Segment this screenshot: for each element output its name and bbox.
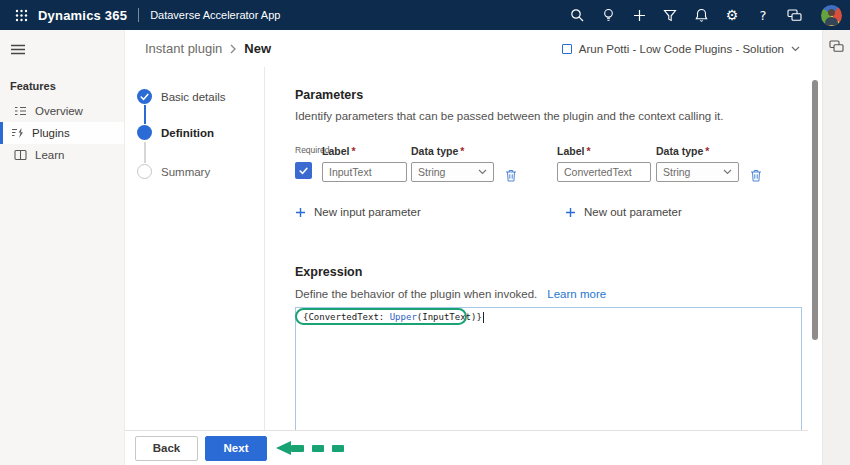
trash-icon: [750, 169, 762, 182]
notifications-icon[interactable]: [693, 7, 709, 23]
output-datatype-value: String: [663, 166, 690, 178]
breadcrumb-parent[interactable]: Instant plugin: [145, 41, 222, 56]
stepper-connector: [144, 105, 146, 124]
wizard-footer: Back Next: [125, 430, 808, 465]
step-basic-details[interactable]: Basic details: [137, 89, 226, 104]
plus-icon: [295, 207, 306, 218]
new-out-parameter-label: New out parameter: [584, 206, 682, 218]
parameters-row: Required Label* Data type*: [295, 145, 822, 185]
feedback-panel-icon[interactable]: [829, 39, 845, 55]
sidebar-item-label: Learn: [35, 149, 64, 161]
delete-input-parameter-button[interactable]: [502, 165, 520, 185]
input-parameter-name-field[interactable]: [322, 162, 407, 182]
sidebar-item-label: Overview: [35, 105, 83, 117]
topbar-actions: ⚙ ?: [569, 5, 842, 26]
step-label: Basic details: [161, 91, 226, 103]
topbar-divider: [138, 8, 139, 22]
step-label: Definition: [161, 127, 214, 139]
sidebar-item-learn[interactable]: Learn: [0, 144, 124, 166]
new-input-parameter-label: New input parameter: [314, 206, 421, 218]
solution-label: Arun Potti - Low Code Plugins - Solution: [579, 43, 784, 55]
right-rail: [822, 30, 850, 465]
definition-form: Parameters Identify parameters that can …: [265, 67, 822, 430]
expression-title: Expression: [295, 265, 822, 279]
solution-icon: [562, 44, 572, 54]
parameters-title: Parameters: [295, 88, 822, 102]
delete-output-parameter-button[interactable]: [747, 165, 765, 185]
expression-description: Define the behavior of the plugin when i…: [295, 288, 537, 300]
app-window: Dynamics 365 Dataverse Accelerator App ⚙…: [0, 0, 850, 465]
stepper-connector: [144, 142, 146, 163]
step-definition[interactable]: Definition: [137, 125, 214, 140]
solution-selector[interactable]: Arun Potti - Low Code Plugins - Solution: [562, 43, 800, 55]
required-checkbox[interactable]: [295, 162, 312, 179]
output-parameter-name-field[interactable]: [557, 162, 651, 182]
step-summary[interactable]: Summary: [137, 164, 210, 179]
vertical-scrollbar: [812, 67, 818, 430]
new-out-parameter-link[interactable]: New out parameter: [565, 206, 682, 218]
required-asterisk: *: [586, 145, 590, 157]
wizard-stepper: Basic details Definition Summary: [125, 67, 265, 430]
plus-icon: [565, 207, 576, 218]
output-label-caption: Label*: [557, 145, 651, 157]
back-button[interactable]: Back: [135, 436, 198, 461]
input-datatype-value: String: [418, 166, 445, 178]
expression-section: Expression Define the behavior of the pl…: [295, 265, 822, 451]
learn-icon: [13, 149, 27, 162]
search-icon[interactable]: [569, 7, 585, 23]
trash-icon: [505, 169, 517, 182]
step-complete-icon: [137, 89, 152, 104]
help-icon[interactable]: ?: [755, 7, 771, 23]
plugins-icon: [10, 127, 24, 140]
sidebar-item-label: Plugins: [32, 127, 70, 139]
left-sidebar: Features Overview Plugins Learn: [0, 30, 125, 465]
step-current-icon: [137, 125, 152, 140]
annotation-arrow-dash: [332, 445, 344, 452]
wizard-content: Basic details Definition Summary Pa: [125, 67, 822, 430]
input-label-caption: Label*: [322, 145, 407, 157]
hamburger-menu-icon[interactable]: [10, 40, 30, 58]
function-token: Upper: [390, 312, 417, 322]
settings-icon[interactable]: ⚙: [724, 7, 740, 23]
input-datatype-dropdown[interactable]: String: [411, 162, 494, 182]
chevron-down-icon: [723, 169, 732, 175]
parameter-links-row: New input parameter New out parameter: [295, 206, 822, 218]
main-content: Instant plugin New Arun Potti - Low Code…: [125, 30, 822, 465]
learn-more-link[interactable]: Learn more: [547, 288, 606, 300]
breadcrumb-separator-icon: [229, 44, 237, 54]
parameters-description: Identify parameters that can be passed b…: [295, 110, 822, 122]
annotation-arrow: [276, 441, 352, 455]
annotation-arrow-tail: [291, 445, 304, 452]
filter-icon[interactable]: [662, 7, 678, 23]
output-datatype-dropdown[interactable]: String: [656, 162, 739, 182]
text-cursor: [483, 312, 484, 323]
next-button[interactable]: Next: [205, 436, 267, 461]
input-datatype-caption: Data type*: [411, 145, 494, 157]
required-asterisk: *: [351, 145, 355, 157]
app-name[interactable]: Dataverse Accelerator App: [150, 9, 280, 21]
account-avatar[interactable]: [821, 5, 842, 26]
step-label: Summary: [161, 166, 210, 178]
new-input-parameter-link[interactable]: New input parameter: [295, 206, 565, 218]
overview-icon: [13, 105, 27, 118]
feedback-icon[interactable]: [786, 7, 802, 23]
sidebar-item-plugins[interactable]: Plugins: [0, 122, 124, 144]
breadcrumb-current: New: [244, 41, 271, 56]
lightbulb-icon[interactable]: [600, 7, 616, 23]
annotation-arrow-head: [276, 441, 291, 455]
sidebar-item-overview[interactable]: Overview: [0, 100, 124, 122]
page-header: Instant plugin New Arun Potti - Low Code…: [125, 30, 822, 67]
step-upcoming-icon: [137, 164, 152, 179]
brand-title[interactable]: Dynamics 365: [38, 8, 127, 23]
chevron-down-icon: [478, 169, 487, 175]
sidebar-section-title: Features: [10, 80, 124, 92]
chevron-down-icon: [791, 46, 800, 52]
scrollbar-thumb[interactable]: [812, 80, 818, 340]
expression-code: {ConvertedText: Upper(InputText)}: [301, 312, 801, 323]
output-datatype-caption: Data type*: [656, 145, 739, 157]
top-navigation-bar: Dynamics 365 Dataverse Accelerator App ⚙…: [0, 0, 850, 30]
required-asterisk: *: [460, 145, 464, 157]
required-label: Required: [295, 145, 322, 155]
add-icon[interactable]: [631, 7, 647, 23]
waffle-icon[interactable]: [8, 0, 34, 30]
